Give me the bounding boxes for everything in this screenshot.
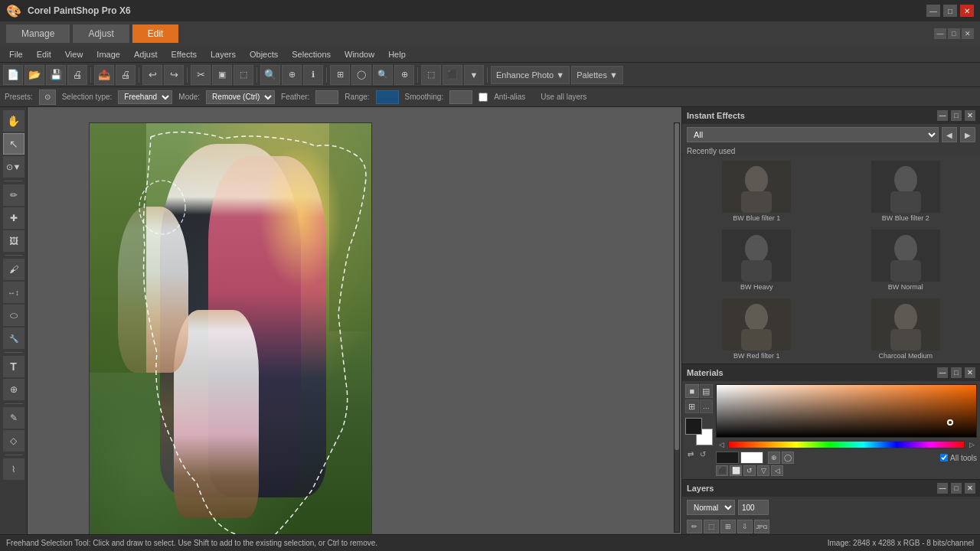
manage-mode-button[interactable]: Manage: [6, 24, 70, 43]
inner-close-button[interactable]: ✕: [962, 28, 974, 39]
redo-button[interactable]: ↪: [164, 65, 184, 85]
layer-duplicate-button[interactable]: ⬚: [704, 520, 719, 533]
deselect-button[interactable]: ▣: [212, 65, 232, 85]
mat-extra-3[interactable]: ↺: [743, 465, 756, 476]
mat-restore-button[interactable]: □: [951, 367, 962, 378]
menu-window[interactable]: Window: [338, 48, 381, 60]
lay-close-button[interactable]: ✕: [965, 483, 975, 494]
menu-selections[interactable]: Selections: [286, 48, 337, 60]
vertical-scrollbar[interactable]: [674, 122, 680, 533]
cut-button[interactable]: ✂: [191, 65, 211, 85]
effect-bw-normal[interactable]: BW Normal: [831, 226, 981, 295]
color-arrow-right[interactable]: ▷: [966, 439, 977, 450]
menu-layers[interactable]: Layers: [204, 48, 242, 60]
menu-help[interactable]: Help: [382, 48, 412, 60]
smoothing-input[interactable]: 0: [449, 90, 472, 104]
menu-file[interactable]: File: [3, 48, 29, 60]
adjust-mode-button[interactable]: Adjust: [73, 24, 129, 43]
eraser-tool-button[interactable]: ◇: [3, 430, 24, 452]
scrollbar-thumb[interactable]: [675, 123, 679, 450]
paste-button[interactable]: ⬛: [443, 65, 462, 85]
effect-charcoal-medium[interactable]: Charcoal Medium: [831, 295, 981, 364]
menu-image[interactable]: Image: [90, 48, 126, 60]
swap-colors-button[interactable]: ⇄: [685, 448, 696, 459]
shape-tool-button[interactable]: ⬭: [3, 305, 24, 326]
layers-mode-dropdown[interactable]: Normal: [687, 500, 735, 515]
paint-tool-button[interactable]: 🖌: [3, 259, 24, 280]
mat-minimize-button[interactable]: —: [937, 367, 948, 378]
lay-minimize-button[interactable]: —: [937, 483, 948, 494]
info-button[interactable]: ℹ: [303, 65, 323, 85]
menu-adjust[interactable]: Adjust: [128, 48, 164, 60]
all-tools-checkbox[interactable]: [940, 454, 948, 461]
layer-group-button[interactable]: ⊞: [720, 520, 736, 533]
print-button[interactable]: 🖨: [67, 65, 87, 85]
mat-close-button[interactable]: ✕: [965, 367, 975, 378]
pan-tool-button[interactable]: ✋: [3, 110, 24, 132]
effect-bw-heavy[interactable]: BW Heavy: [682, 226, 831, 295]
selection-type-dropdown[interactable]: Freehand: [118, 90, 172, 104]
feather-input[interactable]: 7: [315, 90, 338, 104]
copy2-button[interactable]: ⬚: [421, 65, 441, 85]
transform-tool-button[interactable]: ↔↕: [3, 282, 24, 303]
mat-extra-5[interactable]: ◁: [771, 465, 783, 476]
ie-minimize-button[interactable]: —: [937, 110, 948, 121]
hue-slider[interactable]: [728, 441, 965, 448]
minimize-button[interactable]: —: [926, 5, 940, 17]
menu-view[interactable]: View: [59, 48, 90, 60]
effects-filter-prev-button[interactable]: ◀: [942, 127, 957, 142]
range-input[interactable]: 10: [376, 90, 399, 104]
palettes-button[interactable]: Palettes ▼: [571, 66, 623, 84]
pencil-tool-button[interactable]: ✎: [3, 407, 24, 429]
foreground-swatch[interactable]: [685, 418, 702, 435]
clone-tool-button[interactable]: ⊕: [3, 379, 24, 400]
anti-alias-checkbox[interactable]: [479, 93, 488, 102]
magic-select-tool-button[interactable]: ⊙▼: [3, 156, 24, 178]
save-button[interactable]: 💾: [46, 65, 66, 85]
menu-edit[interactable]: Edit: [31, 48, 57, 60]
adjust-tool-button[interactable]: 🔧: [3, 328, 24, 349]
result-bg-swatch[interactable]: [740, 452, 763, 464]
layers-opacity-input[interactable]: [738, 500, 769, 515]
grid-button[interactable]: ⊞: [330, 65, 350, 85]
layer-jpg-button[interactable]: JPG: [754, 520, 769, 533]
color-options-button[interactable]: ◯: [782, 452, 794, 464]
lay-restore-button[interactable]: □: [951, 483, 962, 494]
dropper-button[interactable]: ▼: [464, 65, 484, 85]
menu-objects[interactable]: Objects: [243, 48, 284, 60]
effect-bw-blue-filter-1[interactable]: BW Blue filter 1: [682, 157, 831, 226]
mat-tab-color[interactable]: ■: [685, 384, 699, 398]
color-picker-tool[interactable]: ⊕: [768, 452, 780, 464]
mat-extra-4[interactable]: ▽: [757, 465, 769, 476]
color-picker-gradient[interactable]: [716, 384, 977, 438]
ie-restore-button[interactable]: □: [951, 110, 962, 121]
zoom-actual-button[interactable]: ⊕: [394, 65, 414, 85]
circle-button[interactable]: ◯: [351, 65, 371, 85]
ie-close-button[interactable]: ✕: [965, 110, 975, 121]
mat-extra-1[interactable]: ⬛: [716, 465, 728, 476]
crop-tool-button[interactable]: ✚: [3, 207, 24, 229]
mat-extra-2[interactable]: ⬜: [730, 465, 742, 476]
close-button[interactable]: ✕: [960, 5, 974, 17]
layer-new-button[interactable]: ✏: [687, 520, 702, 533]
menu-effects[interactable]: Effects: [165, 48, 203, 60]
share-button[interactable]: 📤: [94, 65, 114, 85]
restore-button[interactable]: □: [943, 5, 957, 17]
layer-merge-button[interactable]: ⇩: [737, 520, 753, 533]
edit-mode-button[interactable]: Edit: [132, 24, 179, 43]
canvas-area[interactable]: [28, 107, 681, 534]
effect-bw-red-filter-1[interactable]: BW Red filter 1: [682, 295, 831, 364]
zoom-out-button[interactable]: 🔍: [260, 65, 280, 85]
effect-bw-blue-filter-2[interactable]: BW Blue filter 2: [831, 157, 981, 226]
mode-dropdown[interactable]: Remove (Ctrl): [206, 90, 275, 104]
print2-button[interactable]: 🖨: [116, 65, 136, 85]
presets-icon[interactable]: ⊙: [39, 90, 56, 105]
undo-button[interactable]: ↩: [142, 65, 162, 85]
inner-restore-button[interactable]: □: [948, 28, 960, 39]
mat-tab-more[interactable]: …: [700, 399, 714, 413]
select-tool-button[interactable]: ↖: [3, 133, 24, 155]
zoom-in-button[interactable]: ⊕: [282, 65, 302, 85]
text-tool-button[interactable]: T: [3, 356, 24, 377]
enhance-photo-button[interactable]: Enhance Photo ▼: [491, 66, 570, 84]
zoom-fit-button[interactable]: 🔍: [373, 65, 393, 85]
